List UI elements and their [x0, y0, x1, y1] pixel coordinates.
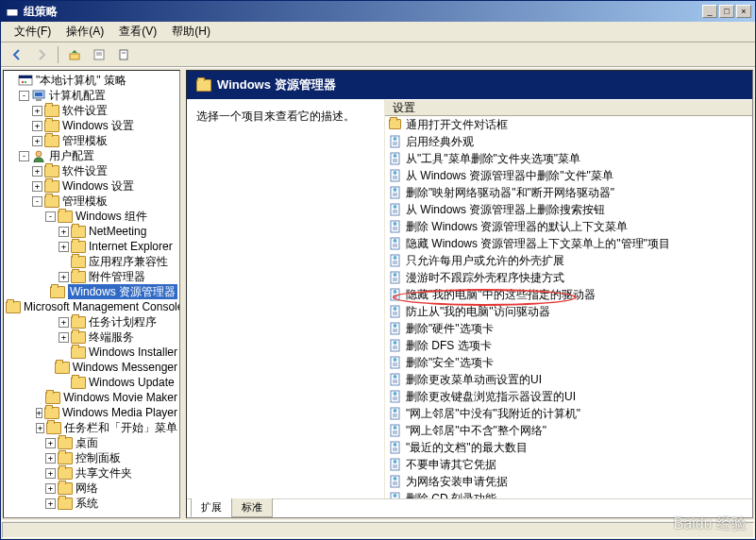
- list-item[interactable]: 删除"映射网络驱动器"和"断开网络驱动器": [385, 184, 752, 201]
- tree-item[interactable]: Windows Update: [6, 375, 177, 390]
- list-item[interactable]: 隐藏"我的电脑"中的这些指定的驱动器: [385, 286, 752, 303]
- description-pane: 选择一个项目来查看它的描述。: [187, 99, 385, 498]
- expand-icon[interactable]: +: [45, 468, 56, 479]
- expand-icon[interactable]: +: [59, 227, 69, 237]
- menu-view[interactable]: 查看(V): [111, 22, 164, 42]
- export-button[interactable]: [113, 44, 134, 65]
- policy-icon: [389, 220, 402, 233]
- up-button[interactable]: [64, 44, 85, 65]
- tree-item[interactable]: "本地计算机" 策略: [6, 73, 177, 88]
- tree-item-label: 控制面板: [76, 450, 121, 465]
- list-item[interactable]: "最近的文档"的最大数目: [385, 439, 752, 456]
- collapse-icon[interactable]: -: [32, 196, 42, 207]
- expand-icon[interactable]: +: [32, 106, 42, 116]
- tree-item[interactable]: +桌面: [6, 435, 177, 450]
- menubar: 文件(F) 操作(A) 查看(V) 帮助(H): [1, 22, 755, 42]
- expand-icon[interactable]: +: [45, 483, 56, 494]
- tree-item[interactable]: +系统: [6, 496, 177, 511]
- expand-icon[interactable]: +: [59, 272, 69, 282]
- collapse-icon[interactable]: -: [45, 211, 56, 222]
- menu-action[interactable]: 操作(A): [59, 22, 111, 42]
- tree-item[interactable]: Windows Messenger: [6, 360, 177, 375]
- tree-item[interactable]: +Windows 设置: [6, 118, 177, 133]
- expand-icon[interactable]: +: [32, 181, 42, 192]
- expand-icon[interactable]: +: [36, 423, 44, 433]
- tree-item[interactable]: +控制面板: [6, 450, 177, 465]
- tree-item[interactable]: Windows 资源管理器: [6, 284, 177, 299]
- expand-icon[interactable]: +: [45, 498, 56, 509]
- tree-item[interactable]: +任务栏和「开始」菜单: [6, 420, 177, 435]
- list-item[interactable]: 防止从"我的电脑"访问驱动器: [385, 303, 752, 320]
- list-column-header[interactable]: 设置: [385, 99, 752, 116]
- policy-icon: [389, 492, 402, 498]
- expand-icon[interactable]: +: [32, 121, 42, 131]
- policy-list[interactable]: 通用打开文件对话框启用经典外观从"工具"菜单删除"文件夹选项"菜单从 Windo…: [385, 116, 752, 498]
- tree-item[interactable]: +Internet Explorer: [6, 239, 177, 254]
- list-item[interactable]: 漫游时不跟踪外壳程序快捷方式: [385, 269, 752, 286]
- list-item[interactable]: "网上邻居"中不含"整个网络": [385, 422, 752, 439]
- expand-icon[interactable]: +: [59, 242, 69, 252]
- tree-item[interactable]: +NetMeeting: [6, 224, 177, 239]
- tree-pane[interactable]: "本地计算机" 策略-计算机配置+软件设置+Windows 设置+管理模板-用户…: [3, 70, 180, 518]
- list-item[interactable]: 删除 DFS 选项卡: [385, 337, 752, 354]
- policy-icon: [389, 288, 402, 301]
- list-item[interactable]: 隐藏 Windows 资源管理器上下文菜单上的"管理"项目: [385, 235, 752, 252]
- tree-item[interactable]: +终端服务: [6, 329, 177, 345]
- tree-item[interactable]: -Windows 组件: [6, 209, 177, 224]
- folder-icon: [71, 330, 86, 344]
- expand-icon[interactable]: +: [59, 317, 69, 328]
- tab-extended[interactable]: 扩展: [191, 498, 232, 517]
- list-item[interactable]: 不要申请其它凭据: [385, 456, 752, 473]
- tree-item[interactable]: Windows Movie Maker: [6, 390, 177, 405]
- menu-help[interactable]: 帮助(H): [164, 22, 218, 42]
- menu-file[interactable]: 文件(F): [7, 22, 59, 42]
- list-item[interactable]: 删除更改键盘浏览指示器设置的UI: [385, 388, 752, 405]
- collapse-icon[interactable]: -: [19, 151, 29, 161]
- maximize-button[interactable]: □: [719, 5, 734, 18]
- minimize-button[interactable]: _: [702, 5, 717, 18]
- list-item[interactable]: 从 Windows 资源管理器上删除搜索按钮: [385, 201, 752, 218]
- expand-icon[interactable]: +: [32, 136, 42, 146]
- list-item[interactable]: "网上邻居"中没有"我附近的计算机": [385, 405, 752, 422]
- tree-item[interactable]: +附件管理器: [6, 269, 177, 284]
- list-item[interactable]: 删除"安全"选项卡: [385, 354, 752, 371]
- back-button[interactable]: [7, 44, 27, 65]
- tree-item[interactable]: +Windows 设置: [6, 178, 177, 194]
- list-item[interactable]: 从"工具"菜单删除"文件夹选项"菜单: [385, 150, 752, 167]
- folder-icon: [44, 134, 59, 147]
- expand-icon[interactable]: +: [32, 166, 42, 177]
- expand-icon[interactable]: +: [45, 453, 56, 464]
- tab-standard[interactable]: 标准: [231, 498, 273, 517]
- tree-item[interactable]: -计算机配置: [6, 88, 177, 103]
- tree-item[interactable]: +Windows Media Player: [6, 405, 177, 420]
- list-item[interactable]: 为网络安装申请凭据: [385, 473, 752, 490]
- close-button[interactable]: ×: [736, 5, 751, 18]
- policy-icon: [389, 152, 402, 165]
- properties-button[interactable]: [89, 44, 109, 65]
- expand-icon[interactable]: +: [36, 408, 42, 418]
- tree-item[interactable]: -管理模板: [6, 194, 177, 209]
- tree-item[interactable]: 应用程序兼容性: [6, 254, 177, 269]
- list-item[interactable]: 删除更改菜单动画设置的UI: [385, 371, 752, 388]
- tree-item[interactable]: -用户配置: [6, 148, 177, 163]
- tree-item[interactable]: +任务计划程序: [6, 314, 177, 329]
- tree-item[interactable]: +共享文件夹: [6, 465, 177, 481]
- tree-item[interactable]: Microsoft Management Console: [6, 299, 177, 314]
- list-item[interactable]: 删除 Windows 资源管理器的默认上下文菜单: [385, 218, 752, 235]
- list-item[interactable]: 只允许每用户或允许的外壳扩展: [385, 252, 752, 269]
- list-item[interactable]: 删除"硬件"选项卡: [385, 320, 752, 337]
- expand-icon[interactable]: +: [45, 438, 56, 448]
- forward-button[interactable]: [31, 44, 52, 65]
- tree-item[interactable]: +软件设置: [6, 163, 177, 178]
- collapse-icon[interactable]: -: [19, 91, 29, 101]
- list-item[interactable]: 从 Windows 资源管理器中删除"文件"菜单: [385, 167, 752, 184]
- tree-item[interactable]: +网络: [6, 481, 177, 496]
- tree-item[interactable]: +管理模板: [6, 133, 177, 148]
- expand-icon[interactable]: +: [59, 332, 69, 343]
- tree-item[interactable]: Windows Installer: [6, 345, 177, 360]
- list-item[interactable]: 通用打开文件对话框: [385, 116, 752, 133]
- list-item[interactable]: 删除 CD 刻录功能: [385, 490, 752, 498]
- list-item-label: 防止从"我的电脑"访问驱动器: [406, 304, 550, 319]
- list-item[interactable]: 启用经典外观: [385, 133, 752, 150]
- tree-item[interactable]: +软件设置: [6, 103, 177, 118]
